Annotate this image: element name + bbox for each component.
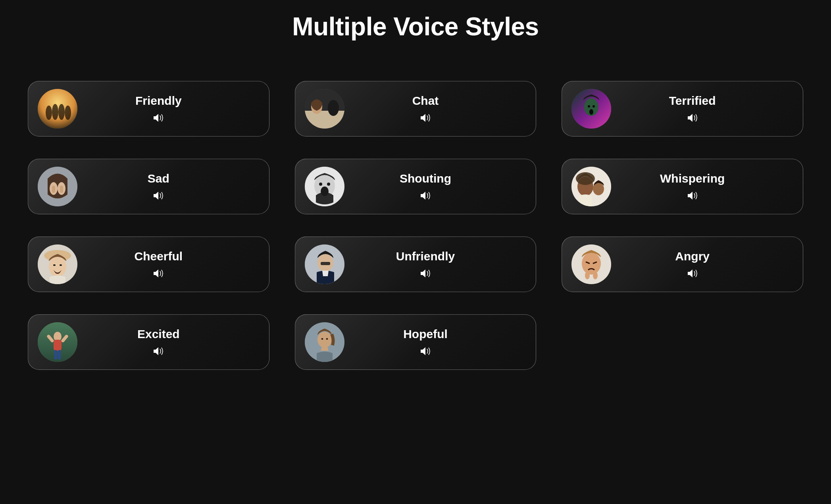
voice-style-card-sad[interactable]: Sad xyxy=(28,159,269,214)
svg-point-11 xyxy=(588,105,590,108)
voice-style-card-shouting[interactable]: Shouting xyxy=(295,159,537,214)
svg-point-49 xyxy=(321,338,323,340)
speaker-icon[interactable] xyxy=(152,190,165,201)
voice-style-label: Whispering xyxy=(660,172,725,185)
voice-style-card-whispering[interactable]: Whispering xyxy=(562,159,803,214)
voice-style-card-hopeful[interactable]: Hopeful xyxy=(295,314,537,370)
voice-style-card-cheerful[interactable]: Cheerful xyxy=(28,237,269,292)
speaker-icon[interactable] xyxy=(419,190,432,201)
speaker-icon[interactable] xyxy=(152,268,165,279)
speaker-icon[interactable] xyxy=(419,112,432,123)
voice-style-label: Unfriendly xyxy=(396,250,455,263)
speaker-icon[interactable] xyxy=(419,268,432,279)
voice-style-label: Sad xyxy=(148,172,169,185)
voice-style-card-unfriendly[interactable]: Unfriendly xyxy=(295,237,537,292)
voice-style-label: Shouting xyxy=(400,172,451,185)
speaker-icon[interactable] xyxy=(152,112,165,123)
svg-rect-45 xyxy=(54,350,57,360)
voice-style-label: Angry xyxy=(675,250,710,263)
voice-style-label: Excited xyxy=(137,327,180,341)
voice-style-label: Hopeful xyxy=(403,327,448,341)
voice-style-card-friendly[interactable]: Friendly xyxy=(28,81,269,137)
voice-style-label: Terrified xyxy=(669,94,716,108)
speaker-icon[interactable] xyxy=(686,268,699,279)
voice-style-grid: Friendly Chat xyxy=(24,81,807,370)
svg-point-31 xyxy=(53,264,56,266)
voice-style-label: Cheerful xyxy=(134,250,183,263)
voice-style-card-excited[interactable]: Excited xyxy=(28,314,269,370)
svg-point-1 xyxy=(46,106,52,120)
voice-style-card-angry[interactable]: Angry xyxy=(562,237,803,292)
page-title: Multiple Voice Styles xyxy=(24,12,807,41)
speaker-icon[interactable] xyxy=(686,190,699,201)
voice-style-label: Friendly xyxy=(135,94,182,108)
speaker-icon[interactable] xyxy=(686,112,699,123)
voice-style-label: Chat xyxy=(412,94,439,108)
svg-rect-17 xyxy=(52,186,55,193)
voice-style-card-chat[interactable]: Chat xyxy=(295,81,537,137)
svg-point-38 xyxy=(585,271,590,279)
speaker-icon[interactable] xyxy=(419,346,432,357)
svg-point-21 xyxy=(319,183,322,186)
voice-style-card-terrified[interactable]: Terrified xyxy=(562,81,803,137)
speaker-icon[interactable] xyxy=(152,346,165,357)
